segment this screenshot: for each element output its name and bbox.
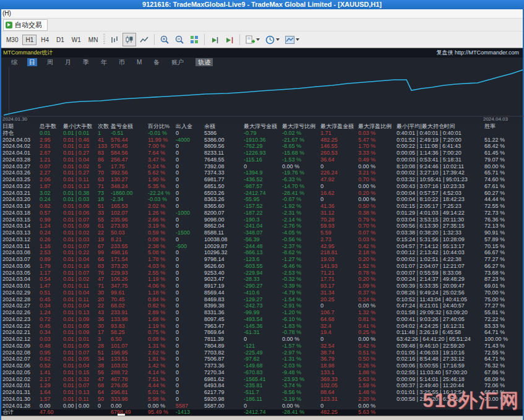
cell-ddpct: -1.20 % — [282, 310, 320, 315]
cell-winrate: 87.23 % — [484, 276, 523, 282]
table-row[interactable]: 2024.01.280.000.00 | 0.0000.000.00 %5587… — [1, 403, 523, 409]
table-row[interactable]: 2024.03.061.790.01 | 0.1683373.204.03 %0… — [1, 263, 523, 270]
table-row[interactable]: 2024.02.290.510.01 | 0.043099.611.18 %08… — [1, 289, 523, 296]
stats-tab-7[interactable]: M — [135, 58, 144, 66]
table-row[interactable]: 2024.02.070.620.01 | 0.0534133.511.81 %0… — [1, 356, 523, 363]
candlestick-button[interactable] — [122, 33, 136, 46]
cell-balance: 7374.33 — [204, 170, 244, 176]
stats-tab-8[interactable]: 备 — [152, 58, 161, 66]
table-row[interactable]: 2024.02.051.410.01 | 0.1556288.724.14 %0… — [1, 369, 523, 376]
cell-dd: -511.7 — [244, 390, 282, 395]
table-row-total[interactable]: 合计47.606798.4995.49 %-1413-2412.74-28.41… — [1, 409, 523, 416]
cell-minmax: 0.01 | 0.13 — [63, 184, 98, 189]
track-button[interactable]: 轨迹 — [195, 58, 213, 66]
cell-count: 38 — [98, 363, 111, 369]
cell-date: 2024.02.23 — [2, 317, 40, 322]
stats-tab-0[interactable]: 综 — [9, 58, 19, 66]
bar-chart-button[interactable] — [108, 33, 121, 46]
timeframe-d1[interactable]: D1 — [53, 35, 67, 45]
stats-tab-6[interactable]: 币 — [117, 58, 127, 66]
cell-fp: 0 — [320, 403, 358, 409]
table-row[interactable]: 2024.03.011.470.01 | 0.1171347.754.06 %0… — [1, 283, 523, 289]
stats-tab-9[interactable]: 账户 — [170, 58, 186, 66]
periods-button[interactable] — [263, 33, 281, 46]
table-row[interactable]: 2024.03.070.890.01 | 0.0466171.541.78 %0… — [1, 256, 523, 263]
table-row[interactable]: 2024.03.111.160.01 | 0.0767233.552.38 %-… — [1, 243, 523, 250]
table-row[interactable]: 2024.04.032.950.01 | 0.4641576.4411.99 %… — [1, 137, 523, 144]
table-row[interactable]: 2024.02.270.340.01 | 0.042268.020.82 %08… — [1, 303, 523, 310]
cell-lots: 1.87 — [40, 184, 63, 189]
table-row[interactable]: 2024.04.022.810.01 | 0.15133576.457.00 %… — [1, 144, 523, 150]
table-row[interactable]: 2024.02.011.290.01 | 0.0768276.054.44 %0… — [1, 383, 523, 390]
table-row[interactable]: 2024.02.280.450.01 | 0.112070.450.84 %08… — [1, 296, 523, 303]
table-row[interactable]: 2024.02.120.030.01 | 0.0136.500.08 %0781… — [1, 336, 523, 343]
table-row[interactable]: 2024.02.022.170.01 | 0.3247467.787.51 %0… — [1, 376, 523, 383]
table-row[interactable]: 2024.03.270.070.01 | 0.02517.750.24 %073… — [1, 163, 523, 170]
zoom-out-button[interactable] — [173, 33, 186, 46]
autotrading-button[interactable]: 自动交易 — [3, 19, 48, 31]
timeframe-h1[interactable]: H1 — [22, 35, 37, 45]
cell-count: 41 — [98, 137, 111, 143]
autotrading-toolbar: 自动交易 — [1, 19, 523, 32]
zoom-in-button[interactable] — [158, 33, 171, 46]
stats-tab-5[interactable]: 年 — [99, 58, 109, 66]
table-row[interactable]: 2024.02.230.720.01 | 0.0936133.981.68 %0… — [1, 316, 523, 323]
panel-brand-link[interactable]: 复盘侠 http://MTCommander.com — [436, 49, 523, 57]
line-chart-button[interactable] — [137, 33, 151, 46]
table-row[interactable]: 2024.02.220.450.01 | 0.053093.831.19 %07… — [1, 323, 523, 330]
cell-dd: -1910.36 — [244, 137, 282, 143]
table-row[interactable]: 2024.03.252.060.01 | 0.1163130.271.90 %0… — [1, 176, 523, 183]
cell-pct: -0.01 % — [148, 131, 176, 136]
table-row[interactable]: 2024.03.082.530.01 | 0.2299498.165.08 %0… — [1, 250, 523, 257]
table-row[interactable]: 2024.03.190.820.01 | 0.0651165.532.02 %0… — [1, 203, 523, 210]
timeframe-bar: M30H1H4D1W1MN — [2, 35, 101, 45]
table-row[interactable]: 2024.03.281.210.01 | 0.0486256.473.47 %0… — [1, 156, 523, 163]
cell-time: 8:10:08 | 9:24:46 | 10:02:11 — [397, 164, 484, 169]
table-row[interactable]: 2024.02.210.340.01 | 0.091758.250.75 %07… — [1, 330, 523, 336]
templates-button[interactable] — [283, 33, 301, 46]
timeframe-h4[interactable]: H4 — [38, 35, 52, 45]
window-content: (H) 自动交易 M30H1H4D1W1MN — [0, 9, 524, 420]
table-row[interactable]: 2024.03.120.260.01 | 0.03198.210.08 %010… — [1, 236, 523, 243]
table-row[interactable]: 2024.02.080.950.01 | 0.0751196.952.62 %0… — [1, 349, 523, 356]
chart-shift-button[interactable] — [223, 33, 236, 46]
cell-inout: -1500 — [176, 230, 204, 236]
timeframe-mn[interactable]: MN — [85, 35, 101, 45]
auto-scroll-button[interactable] — [208, 33, 221, 46]
cell-fp: 102.05 — [320, 383, 358, 388]
cell-dd: -290.27 — [244, 283, 282, 289]
table-row[interactable]: 2024.03.200.240.01 | 0.0318-2.34-0.03 %0… — [1, 197, 523, 204]
timeframe-w1[interactable]: W1 — [69, 35, 84, 45]
cell-date: 2024.03.26 — [2, 170, 40, 176]
table-row[interactable]: 持仓0.010.01 | 0.011-0.51-0.01 %05386-0.79… — [1, 130, 523, 137]
table-row[interactable]: 2024.02.090.480.01 | 0.0528101.071.31 %0… — [1, 343, 523, 349]
cell-count: 71 — [98, 184, 111, 189]
table-row[interactable]: 2024.03.150.990.01 | 0.0755235.962.66 %0… — [1, 216, 523, 223]
stats-tab-1[interactable]: 日 — [27, 58, 37, 66]
table-row[interactable]: 2024.03.221.870.01 | 0.1371348.245.35 %0… — [1, 183, 523, 190]
table-row[interactable]: 2024.02.261.240.01 | 0.1343233.912.89 %0… — [1, 309, 523, 316]
table-row[interactable]: 2024.01.311.640.01 | 0.1364296.815.01 %0… — [1, 389, 523, 396]
cell-time: 0:00:56 | 6:13:30 | 27:35:15 — [397, 223, 484, 229]
table-row[interactable]: 2024.03.040.540.01 | 0.0247106.261.19 %0… — [1, 276, 523, 283]
table-row[interactable]: 2024.03.051.170.01 | 0.0776229.932.55 %0… — [1, 270, 523, 276]
table-row[interactable]: 2024.04.012.670.01 | 0.2783584.567.64 %0… — [1, 150, 523, 156]
stats-tab-3[interactable]: 月 — [63, 58, 73, 66]
table-row[interactable]: 2024.03.130.240.01 | 0.022250.030.59 %-1… — [1, 229, 523, 236]
table-row[interactable]: 2024.03.262.270.01 | 0.2770392.565.62 %0… — [1, 170, 523, 177]
table-row[interactable]: 2024.02.060.520.01 | 0.0438103.021.42 %0… — [1, 362, 523, 369]
table-row[interactable]: 2024.03.180.570.01 | 0.0633102.071.26 %-… — [1, 210, 523, 216]
table-row[interactable]: 2024.03.213.020.01 | 0.3873-1860.00-22.2… — [1, 190, 523, 197]
tile-windows-button[interactable] — [187, 33, 201, 46]
table-row[interactable]: 2024.01.301.570.01 | 0.1150333.985.98 %0… — [1, 396, 523, 403]
table-row[interactable]: 2024.03.141.240.01 | 0.0961273.933.19 %0… — [1, 223, 523, 230]
add-indicator-button[interactable] — [243, 33, 262, 46]
cell-pnl: 93.83 — [111, 324, 148, 329]
stats-tab-2[interactable]: 周 — [45, 58, 55, 66]
cell-fp: 0 — [320, 164, 358, 169]
scrollbar-thumb[interactable] — [118, 414, 125, 416]
timeframe-m30[interactable]: M30 — [3, 35, 21, 45]
cell-pct: 4.14 % — [148, 370, 176, 375]
menu-item-help[interactable]: (H) — [2, 10, 11, 17]
stats-tab-4[interactable]: 季 — [81, 58, 91, 66]
